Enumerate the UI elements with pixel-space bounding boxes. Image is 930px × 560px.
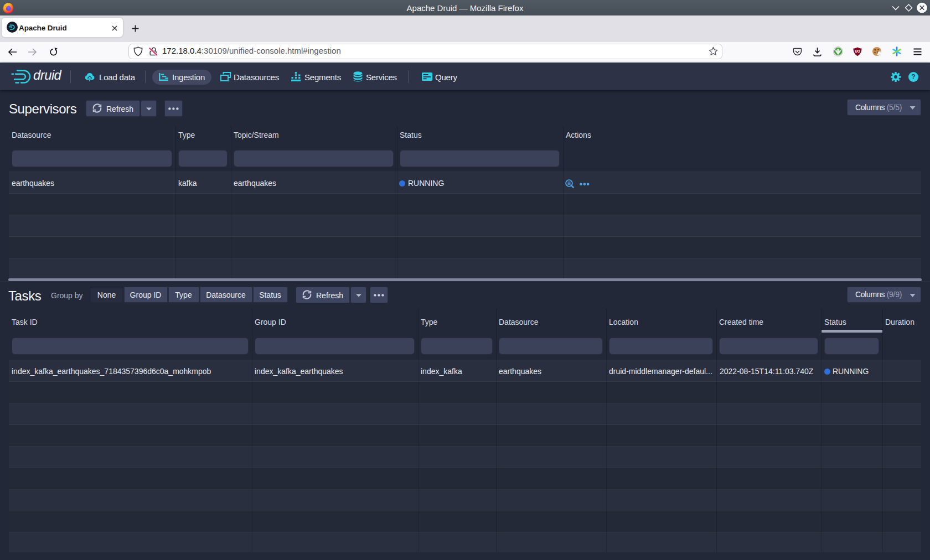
svg-text:UO: UO bbox=[855, 49, 860, 53]
svg-text:?: ? bbox=[911, 73, 915, 81]
